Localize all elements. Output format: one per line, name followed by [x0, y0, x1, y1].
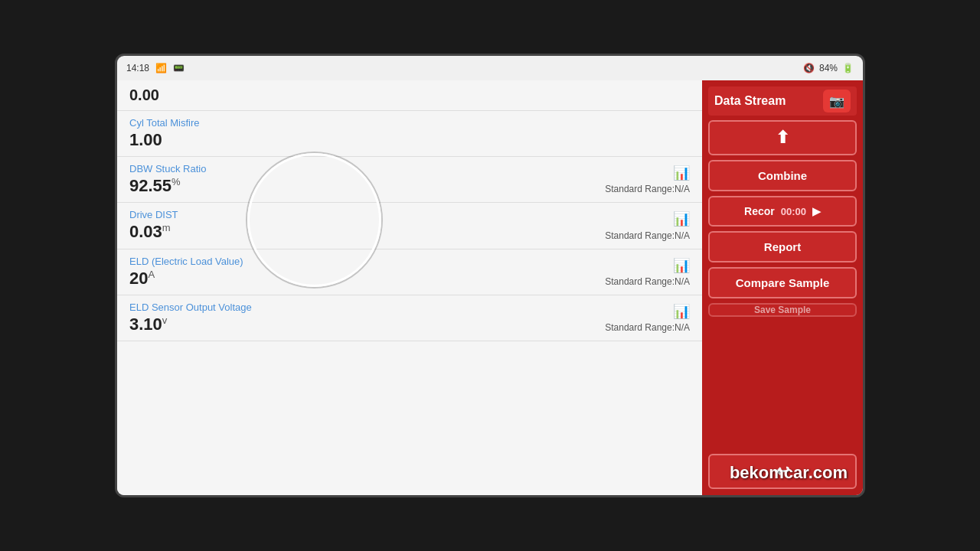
dbw-label: DBW Stuck Ratio — [129, 163, 690, 174]
status-bar: 14:18 📶 📟 🔇 84% 🔋 — [117, 56, 863, 80]
device-frame: 14:18 📶 📟 🔇 84% 🔋 THINKSCAN 0.00 Cyl Tot — [115, 54, 865, 497]
status-left: 14:18 📶 📟 — [126, 63, 185, 73]
data-item-cyl: Cyl Total Misfire 1.00 — [117, 111, 702, 157]
time-display: 14:18 — [126, 63, 149, 73]
mute-icon: 🔇 — [803, 63, 815, 73]
combine-button[interactable]: Combine — [708, 160, 857, 191]
panel-title: Data Stream — [714, 94, 786, 108]
data-item-eld-sensor: ELD Sensor Output Voltage 3.10v 📊 Standa… — [117, 295, 702, 341]
dist-label: Drive DIST — [129, 209, 690, 220]
report-button[interactable]: Report — [708, 231, 857, 262]
cyl-value: 1.00 — [129, 130, 690, 150]
data-item-eld: ELD (Electric Load Value) 20A 📊 Standard… — [117, 249, 702, 295]
cyl-label: Cyl Total Misfire — [129, 117, 690, 129]
record-time: 00:00 — [781, 206, 806, 217]
eld-range: Standard Range:N/A — [605, 276, 690, 287]
eld-sensor-label: ELD Sensor Output Voltage — [129, 302, 690, 313]
record-label: Recor — [744, 205, 775, 217]
main-area: THINKSCAN 0.00 Cyl Total Misfire 1.00 DB… — [117, 80, 863, 495]
right-panel: Data Stream 📷 ⬆ Combine Recor 00:00 ▶ Re… — [702, 80, 863, 495]
data-item-dbw: DBW Stuck Ratio 92.55% 📊 Standard Range:… — [117, 157, 702, 203]
eld-label: ELD (Electric Load Value) — [129, 256, 690, 267]
compare-sample-button[interactable]: Compare Sample — [708, 267, 857, 298]
battery-percentage: 84% — [819, 63, 838, 73]
eld-sensor-range: Standard Range:N/A — [605, 322, 690, 333]
wifi-icon: 📶 — [155, 63, 167, 73]
chart-icon-eld[interactable]: 📊 — [673, 257, 690, 274]
watermark: bekomcar.com — [730, 463, 848, 483]
data-item-dist: Drive DIST 0.03m 📊 Standard Range:N/A — [117, 203, 702, 249]
dbw-range: Standard Range:N/A — [605, 184, 690, 194]
top-value: 0.00 — [129, 86, 159, 103]
sim-icon: 📟 — [173, 63, 185, 73]
chart-icon-eld-sensor[interactable]: 📊 — [673, 303, 690, 320]
status-right: 🔇 84% 🔋 — [803, 63, 854, 73]
chart-icon-dbw[interactable]: 📊 — [673, 165, 690, 181]
dist-range: Standard Range:N/A — [605, 230, 690, 241]
camera-button[interactable]: 📷 — [823, 90, 851, 112]
top-value-row: 0.00 — [117, 80, 702, 111]
panel-header: Data Stream 📷 — [708, 86, 857, 116]
export-button[interactable]: ⬆ — [708, 120, 857, 155]
save-sample-button[interactable]: Save Sample — [708, 303, 857, 317]
chart-icon-dist[interactable]: 📊 — [673, 210, 690, 227]
data-panel: 0.00 Cyl Total Misfire 1.00 DBW Stuck Ra… — [117, 80, 702, 495]
record-button[interactable]: Recor 00:00 ▶ — [708, 196, 857, 227]
battery-icon: 🔋 — [842, 63, 854, 73]
play-icon: ▶ — [812, 205, 821, 217]
export-icon: ⬆ — [776, 128, 789, 147]
